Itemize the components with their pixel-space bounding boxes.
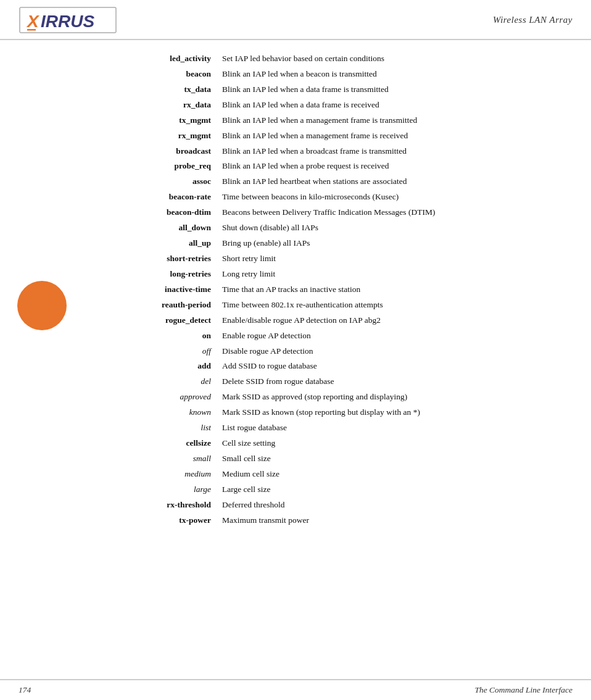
- table-row: cellsizeCell size setting: [93, 437, 572, 450]
- command-name: del: [93, 375, 222, 388]
- table-row: inactive-timeTime that an AP tracks an i…: [93, 283, 572, 296]
- table-row: rx_dataBlink an IAP led when a data fram…: [93, 99, 572, 112]
- decorative-circle: [17, 281, 67, 330]
- command-desc: Mark SSID as approved (stop reporting an…: [222, 391, 572, 404]
- page-footer: 174 The Command Line Interface: [0, 679, 591, 700]
- command-name: broadcast: [93, 145, 222, 158]
- command-desc: Deferred threshold: [222, 499, 572, 512]
- command-desc: Time that an AP tracks an inactive stati…: [222, 283, 572, 296]
- table-row: tx_mgmtBlink an IAP led when a managemen…: [93, 114, 572, 127]
- command-desc: Disable rogue AP detection: [222, 345, 572, 358]
- command-name: led_activity: [93, 52, 222, 65]
- section-title: The Command Line Interface: [474, 685, 572, 695]
- command-name: rogue_detect: [93, 314, 222, 327]
- command-name: rx-threshold: [93, 499, 222, 512]
- command-desc: Small cell size: [222, 452, 572, 465]
- table-row: all_upBring up (enable) all IAPs: [93, 237, 572, 250]
- table-row: rogue_detectEnable/disable rogue AP dete…: [93, 314, 572, 327]
- command-name: assoc: [93, 175, 222, 188]
- command-desc: Shut down (disable) all IAPs: [222, 222, 572, 235]
- table-row: rx-thresholdDeferred threshold: [93, 499, 572, 512]
- table-row: long-retriesLong retry limit: [93, 268, 572, 281]
- command-name: list: [93, 422, 222, 435]
- command-desc: Delete SSID from rogue database: [222, 375, 572, 388]
- svg-rect-3: [27, 29, 36, 31]
- command-name: probe_req: [93, 160, 222, 173]
- command-desc: Blink an IAP led when a data frame is tr…: [222, 83, 572, 96]
- table-row: probe_reqBlink an IAP led when a probe r…: [93, 160, 572, 173]
- page-header: X IRRUS Wireless LAN Array: [0, 0, 591, 40]
- table-row: tx-powerMaximum transmit power: [93, 514, 572, 527]
- table-row: beaconBlink an IAP led when a beacon is …: [93, 68, 572, 81]
- command-name: short-retries: [93, 252, 222, 265]
- main-content: led_activitySet IAP led behavior based o…: [0, 40, 591, 542]
- command-name: cellsize: [93, 437, 222, 450]
- command-name: beacon-dtim: [93, 206, 222, 219]
- table-row: all_downShut down (disable) all IAPs: [93, 222, 572, 235]
- header-title: Wireless LAN Array: [493, 15, 572, 25]
- command-desc: Bring up (enable) all IAPs: [222, 237, 572, 250]
- command-desc: Cell size setting: [222, 437, 572, 450]
- table-row: reauth-periodTime between 802.1x re-auth…: [93, 299, 572, 312]
- command-desc: Medium cell size: [222, 468, 572, 481]
- command-desc: Blink an IAP led when a data frame is re…: [222, 99, 572, 112]
- table-row: offDisable rogue AP detection: [93, 345, 572, 358]
- command-desc: Mark SSID as known (stop reporting but d…: [222, 406, 572, 419]
- command-name: rx_data: [93, 99, 222, 112]
- command-name: all_down: [93, 222, 222, 235]
- command-desc: Long retry limit: [222, 268, 572, 281]
- table-row: assocBlink an IAP led heartbeat when sta…: [93, 175, 572, 188]
- command-name: all_up: [93, 237, 222, 250]
- table-row: addAdd SSID to rogue database: [93, 360, 572, 373]
- command-name: known: [93, 406, 222, 419]
- table-row: smallSmall cell size: [93, 452, 572, 465]
- command-desc: Blink an IAP led heartbeat when stations…: [222, 175, 572, 188]
- table-row: largeLarge cell size: [93, 483, 572, 496]
- command-name: on: [93, 330, 222, 343]
- command-name: inactive-time: [93, 283, 222, 296]
- command-desc: Time between beacons in kilo-microsecond…: [222, 191, 572, 204]
- command-desc: Enable/disable rogue AP detection on IAP…: [222, 314, 572, 327]
- table-row: broadcastBlink an IAP led when a broadca…: [93, 145, 572, 158]
- command-name: beacon: [93, 68, 222, 81]
- command-desc: Blink an IAP led when a management frame…: [222, 130, 572, 143]
- command-name: beacon-rate: [93, 191, 222, 204]
- table-row: rx_mgmtBlink an IAP led when a managemen…: [93, 130, 572, 143]
- command-name: rx_mgmt: [93, 130, 222, 143]
- svg-text:IRRUS: IRRUS: [41, 12, 94, 31]
- command-name: off: [93, 345, 222, 358]
- command-desc: Large cell size: [222, 483, 572, 496]
- table-row: onEnable rogue AP detection: [93, 330, 572, 343]
- command-name: add: [93, 360, 222, 373]
- command-desc: Blink an IAP led when a broadcast frame …: [222, 145, 572, 158]
- table-row: tx_dataBlink an IAP led when a data fram…: [93, 83, 572, 96]
- command-desc: Maximum transmit power: [222, 514, 572, 527]
- command-desc: Add SSID to rogue database: [222, 360, 572, 373]
- table-row: mediumMedium cell size: [93, 468, 572, 481]
- command-desc: Time between 802.1x re-authentication at…: [222, 299, 572, 312]
- command-desc: List rogue database: [222, 422, 572, 435]
- command-name: small: [93, 452, 222, 465]
- command-name: tx-power: [93, 514, 222, 527]
- command-name: tx_data: [93, 83, 222, 96]
- command-desc: Set IAP led behavior based on certain co…: [222, 52, 572, 65]
- command-desc: Short retry limit: [222, 252, 572, 265]
- command-name: long-retries: [93, 268, 222, 281]
- command-desc: Blink an IAP led when a beacon is transm…: [222, 68, 572, 81]
- table-row: listList rogue database: [93, 422, 572, 435]
- table-row: short-retriesShort retry limit: [93, 252, 572, 265]
- xirrus-logo: X IRRUS: [19, 6, 117, 34]
- command-name: approved: [93, 391, 222, 404]
- command-desc: Blink an IAP led when a probe request is…: [222, 160, 572, 173]
- command-name: large: [93, 483, 222, 496]
- table-row: delDelete SSID from rogue database: [93, 375, 572, 388]
- command-name: tx_mgmt: [93, 114, 222, 127]
- table-row: knownMark SSID as known (stop reporting …: [93, 406, 572, 419]
- command-desc: Enable rogue AP detection: [222, 330, 572, 343]
- table-row: led_activitySet IAP led behavior based o…: [93, 52, 572, 65]
- command-desc: Blink an IAP led when a management frame…: [222, 114, 572, 127]
- svg-text:X: X: [26, 12, 40, 31]
- commands-table: led_activitySet IAP led behavior based o…: [93, 52, 572, 530]
- command-desc: Beacons between Delivery Traffic Indicat…: [222, 206, 572, 219]
- table-row: beacon-dtimBeacons between Delivery Traf…: [93, 206, 572, 219]
